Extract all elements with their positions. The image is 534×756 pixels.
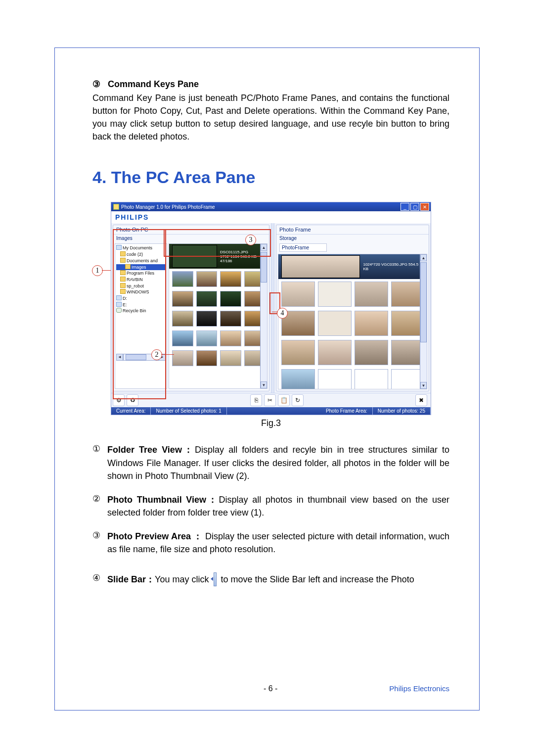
rotate-button[interactable]: ↻ xyxy=(292,394,304,406)
thumbnail[interactable] xyxy=(220,311,241,327)
thumbnail[interactable] xyxy=(355,369,388,389)
thumbnail[interactable] xyxy=(220,291,241,307)
photo-frame-pane: Photo Frame Storage PhotoFrame 1024*720 … xyxy=(276,225,429,391)
photo-preview-area-frame: 1024*720 VGC0350.JPG 554.5 KB xyxy=(278,254,427,279)
paste-icon: 📋 xyxy=(280,397,288,404)
item-1-num: ① xyxy=(92,443,107,482)
callout-1-box xyxy=(113,229,166,399)
frame-pane-sub: Storage xyxy=(276,235,429,242)
window-minimize-button[interactable]: _ xyxy=(400,203,409,211)
thumbnail[interactable] xyxy=(172,331,193,346)
frame-thumbs-scrollbar[interactable]: ▲ ▼ xyxy=(420,254,427,389)
status-frame-area: Photo Frame Area: xyxy=(321,407,373,415)
thumbnail[interactable] xyxy=(172,350,193,366)
thumbnail[interactable] xyxy=(196,350,218,366)
section-3-title: Command Keys Pane xyxy=(108,79,199,89)
item-4-text: Slide Bar：You may click to move the Slid… xyxy=(107,572,449,586)
thumbnail[interactable] xyxy=(196,311,218,327)
thumbnail[interactable] xyxy=(196,291,218,307)
window-maximize-button[interactable]: ▢ xyxy=(410,203,419,211)
thumbnail[interactable] xyxy=(281,340,315,365)
window-close-button[interactable]: ✕ xyxy=(420,203,429,211)
copy-icon: ⎘ xyxy=(255,397,258,404)
thumbnail[interactable] xyxy=(318,369,352,389)
copy-button[interactable]: ⎘ xyxy=(250,394,262,406)
status-bar: Current Area: Number of Selected photos:… xyxy=(111,407,431,415)
delete-icon: ✖ xyxy=(419,397,424,404)
item-3-num: ③ xyxy=(92,530,107,556)
figure-caption: Fig.3 xyxy=(92,418,449,428)
brand-logo: PHILIPS xyxy=(111,211,431,223)
device-tile[interactable]: PhotoFrame xyxy=(279,243,327,252)
thumbnail[interactable] xyxy=(318,340,352,365)
thumbnail[interactable] xyxy=(318,311,352,336)
thumbnail[interactable] xyxy=(172,311,193,327)
item-1-text: Folder Tree View：Display all folders and… xyxy=(107,443,449,482)
status-selected-count: Number of Selected photos: 1 xyxy=(151,407,226,415)
thumbnail[interactable] xyxy=(196,271,218,287)
thumbnail[interactable] xyxy=(220,271,241,287)
thumbnail[interactable] xyxy=(220,331,241,346)
frame-pane-head: Photo Frame xyxy=(276,225,429,235)
item-2-num: ② xyxy=(92,493,107,519)
callout-2-line xyxy=(161,354,174,355)
slide-bar-icon xyxy=(211,572,218,585)
status-current-area: Current Area: xyxy=(111,407,151,415)
cut-icon: ✂ xyxy=(267,397,272,404)
window-title: Photo Manager 1.0 for Philips PhotoFrame xyxy=(121,204,215,210)
figure-3: 1 Photo Manager 1.0 for Philips PhotoFra… xyxy=(98,202,444,415)
item-2-text: Photo Thumbnail View：Display all photos … xyxy=(107,493,449,519)
status-frame-count: Number of photos: 25 xyxy=(373,407,431,415)
pc-thumbs-scrollbar[interactable]: ▲ ▼ xyxy=(260,244,267,388)
delete-button[interactable]: ✖ xyxy=(415,394,427,406)
heading-pc-area-pane: 4. The PC Area Pane xyxy=(92,168,449,187)
photo-thumbnail-view-pc[interactable]: DSC01115.JPG 1792*1184 540.8 KB 47/186 xyxy=(169,243,267,389)
section-3-body: Command Key Pane is just beneath PC/Phot… xyxy=(92,92,449,143)
thumbnail[interactable] xyxy=(196,331,218,346)
item-4-num: ④ xyxy=(92,572,107,586)
thumbnail[interactable] xyxy=(281,369,315,389)
section-3: ③ Command Keys Pane Command Key Pane is … xyxy=(92,78,449,143)
thumbnail[interactable] xyxy=(318,282,352,307)
thumbnail[interactable] xyxy=(172,291,193,307)
page-number: - 6 - xyxy=(152,684,389,693)
preview-info-frame: 1024*720 VGC0350.JPG 554.5 KB xyxy=(363,262,424,271)
rotate-icon: ↻ xyxy=(295,397,300,404)
callout-4-line xyxy=(272,312,278,312)
thumbnail[interactable] xyxy=(355,311,388,336)
item-3-text: Photo Preview Area ： Display the user se… xyxy=(107,530,449,556)
section-3-num: ③ xyxy=(92,79,100,89)
app-icon xyxy=(113,204,119,210)
thumbnail[interactable] xyxy=(220,350,241,366)
thumbnail[interactable] xyxy=(172,271,193,287)
callout-1-number: 1 xyxy=(92,265,103,276)
paste-button[interactable]: 📋 xyxy=(278,394,290,406)
titlebar: Photo Manager 1.0 for Philips PhotoFrame… xyxy=(111,202,431,211)
cut-button[interactable]: ✂ xyxy=(264,394,276,406)
photo-thumbnail-view-frame[interactable]: 1024*720 VGC0350.JPG 554.5 KB xyxy=(278,254,427,389)
footer-brand: Philips Electronics xyxy=(389,684,449,693)
thumbnail[interactable] xyxy=(281,282,315,307)
thumbnail[interactable] xyxy=(355,340,388,365)
thumbnail[interactable] xyxy=(355,282,388,307)
